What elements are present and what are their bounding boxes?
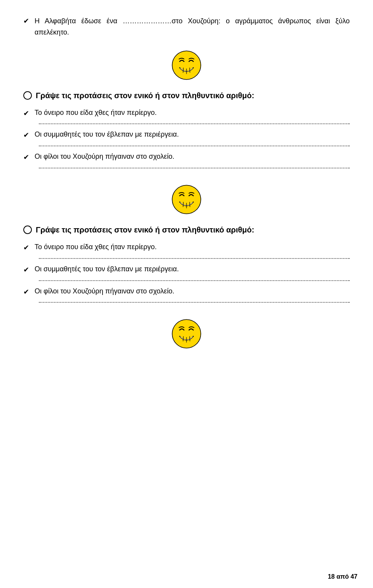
- svg-line-5: [183, 202, 183, 207]
- dotted-line-2-2: [39, 280, 350, 281]
- emoji-2-container: [23, 184, 350, 217]
- intro-block: ✔ Η Αλφαβήτα έδωσε ένα …………………στο Χουζού…: [23, 16, 350, 38]
- svg-line-7: [190, 202, 190, 207]
- section-2-item-2-text: Οι συμμαθητές του τον έβλεπαν με περιέργ…: [35, 264, 350, 275]
- intro-line1: Η Αλφαβήτα έδωσε ένα …………………στο Χουζούρη…: [35, 17, 350, 36]
- page-number: 18 από 47: [328, 573, 357, 580]
- section-1-item-2-text: Οι συμμαθητές του τον έβλεπαν με περιέργ…: [35, 129, 350, 140]
- intro-checkmark-icon: ✔: [23, 16, 29, 27]
- section-1-item-1-text: Το όνειρο που είδα χθες ήταν περίεργο.: [35, 107, 350, 118]
- checkmark-icon-2-3: ✔: [23, 286, 29, 298]
- svg-point-8: [172, 320, 201, 349]
- page-content: ✔ Η Αλφαβήτα έδωσε ένα …………………στο Χουζού…: [0, 0, 373, 390]
- checkmark-icon-1-1: ✔: [23, 108, 29, 119]
- section-1: Γράψε τις προτάσεις στον ενικό ή στον πλ…: [23, 50, 350, 168]
- dotted-line-1-3: [39, 168, 350, 168]
- dotted-line-2-3: [39, 302, 350, 303]
- section-1-item-3: ✔ Οι φίλοι του Χουζούρη πήγαιναν στο σχο…: [23, 151, 350, 163]
- smiley-face-3: [171, 318, 202, 349]
- checkmark-icon-2-2: ✔: [23, 264, 29, 276]
- svg-point-0: [172, 51, 201, 80]
- section-2: Γράψε τις προτάσεις στον ενικό ή στον πλ…: [23, 184, 350, 303]
- emoji-3-container: [23, 318, 350, 351]
- checkmark-icon-2-1: ✔: [23, 242, 29, 253]
- section-1-header: Γράψε τις προτάσεις στον ενικό ή στον πλ…: [23, 90, 350, 101]
- section-1-item-1: ✔ Το όνειρο που είδα χθες ήταν περίεργο.: [23, 107, 350, 119]
- dotted-line-1-1: [39, 123, 350, 124]
- section-2-item-1-text: Το όνειρο που είδα χθες ήταν περίεργο.: [35, 241, 350, 253]
- checkmark-icon-1-3: ✔: [23, 152, 29, 163]
- section-2-item-3-text: Οι φίλοι του Χουζούρη πήγαιναν στο σχολε…: [35, 286, 350, 297]
- svg-point-4: [172, 185, 201, 214]
- dotted-line-2-1: [39, 258, 350, 259]
- circle-bullet-2: [23, 225, 32, 234]
- checkmark-icon-1-2: ✔: [23, 130, 29, 141]
- section-1-item-3-text: Οι φίλοι του Χουζούρη πήγαιναν στο σχολε…: [35, 151, 350, 162]
- svg-line-11: [190, 336, 190, 342]
- section-2-item-2: ✔ Οι συμμαθητές του τον έβλεπαν με περιέ…: [23, 264, 350, 276]
- section-1-item-2: ✔ Οι συμμαθητές του τον έβλεπαν με περιέ…: [23, 129, 350, 141]
- circle-bullet-1: [23, 91, 32, 100]
- smiley-face-1: [171, 50, 202, 81]
- svg-line-9: [183, 336, 183, 342]
- section-2-item-3: ✔ Οι φίλοι του Χουζούρη πήγαιναν στο σχο…: [23, 286, 350, 298]
- section-1-title: Γράψε τις προτάσεις στον ενικό ή στον πλ…: [36, 90, 254, 101]
- smiley-face-2: [171, 184, 202, 215]
- svg-line-3: [190, 68, 190, 73]
- svg-line-1: [183, 68, 183, 73]
- emoji-1-container: [23, 50, 350, 82]
- intro-row: ✔ Η Αλφαβήτα έδωσε ένα …………………στο Χουζού…: [23, 16, 350, 38]
- section-2-header: Γράψε τις προτάσεις στον ενικό ή στον πλ…: [23, 224, 350, 235]
- section-2-title: Γράψε τις προτάσεις στον ενικό ή στον πλ…: [36, 224, 254, 235]
- section-2-item-1: ✔ Το όνειρο που είδα χθες ήταν περίεργο.: [23, 241, 350, 253]
- intro-text: Η Αλφαβήτα έδωσε ένα …………………στο Χουζούρη…: [35, 16, 350, 38]
- dotted-line-1-2: [39, 146, 350, 146]
